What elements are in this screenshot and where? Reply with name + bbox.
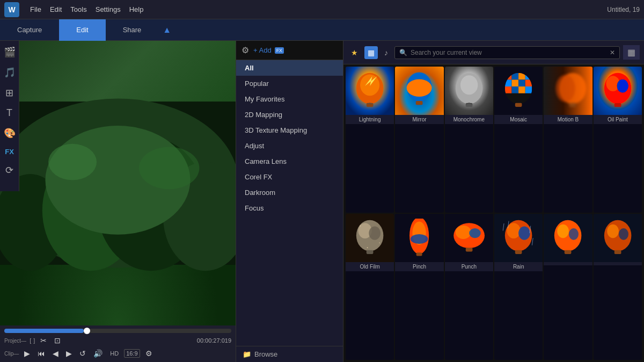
tab-edit[interactable]: Edit [59, 19, 105, 41]
tab-bar: Capture Edit Share ▲ [0, 19, 644, 41]
clear-search-button[interactable]: ✕ [610, 49, 615, 56]
trim-button[interactable]: ✂ [38, 335, 49, 346]
media-icon[interactable]: 🎬 [3, 45, 17, 59]
fx-category-darkroom[interactable]: Darkroom [236, 185, 343, 200]
effect-motionb[interactable]: Motion B [544, 67, 592, 213]
menu-help[interactable]: Help [129, 5, 144, 13]
browse-button[interactable]: 📁 Browse [236, 346, 343, 362]
svg-point-39 [556, 75, 575, 102]
svg-rect-36 [525, 86, 532, 93]
tab-capture[interactable]: Capture [0, 19, 59, 41]
effect-lightning[interactable]: Lightning [346, 67, 394, 213]
grid-view-button[interactable]: ▦ [364, 46, 378, 59]
svg-rect-31 [518, 79, 525, 86]
effect-pinch[interactable]: Pinch [395, 214, 443, 360]
svg-point-58 [469, 228, 481, 238]
playback-controls: Project— [ ] ✂ ⊡ 00:00:27:019 Clip— ▶ ⏮ … [0, 325, 236, 362]
view-toggle-button[interactable]: ▦ [623, 45, 640, 60]
svg-rect-33 [505, 86, 512, 93]
browse-label: Browse [254, 350, 277, 358]
add-effect-button[interactable]: + Add FX [253, 46, 284, 54]
clip-label: Clip— [4, 351, 19, 357]
step-back-button[interactable]: ◀ [50, 348, 61, 359]
effect-pinch-label: Pinch [395, 262, 443, 271]
svg-point-8 [139, 147, 200, 189]
effect-rain[interactable]: Rain [494, 214, 543, 360]
fx-category-adjust[interactable]: Adjust [236, 138, 343, 154]
effect-oilpaint[interactable]: Oil Paint [594, 67, 642, 213]
motion-icon[interactable]: ⟳ [4, 163, 14, 177]
fx-category-2d[interactable]: 2D Mapping [236, 107, 343, 122]
svg-rect-37 [515, 103, 522, 107]
snapshot-button[interactable]: ⊡ [52, 335, 63, 346]
fx-category-3d[interactable]: 3D Texture Mapping [236, 122, 343, 138]
svg-rect-35 [518, 86, 525, 93]
effect-oilpaint-label: Oil Paint [594, 115, 642, 124]
effect-punch-label: Punch [445, 262, 493, 271]
svg-point-19 [460, 75, 478, 95]
svg-line-64 [503, 223, 504, 231]
favorites-button[interactable]: ★ [348, 46, 361, 59]
effect-mosaic[interactable]: Mosaic [494, 67, 543, 213]
svg-rect-28 [525, 73, 532, 80]
upload-icon[interactable]: ▲ [163, 25, 171, 35]
svg-point-7 [48, 144, 97, 180]
in-out-markers: [ ] [30, 337, 35, 344]
svg-rect-40 [569, 103, 576, 107]
audio-icon[interactable]: 🎵 [3, 66, 17, 79]
transition-icon[interactable]: ⊞ [4, 86, 14, 100]
play-button[interactable]: ▶ [22, 348, 32, 359]
effect-lightning-label: Lightning [346, 115, 394, 124]
search-box: 🔍 ✕ [394, 46, 620, 59]
menu-edit[interactable]: Edit [50, 5, 62, 13]
svg-point-61 [507, 223, 520, 238]
svg-point-10 [360, 74, 379, 96]
menu-file[interactable]: File [30, 5, 41, 13]
settings-btn[interactable]: ⚙ [143, 348, 155, 359]
fx-icon[interactable]: FX [4, 147, 15, 157]
fx-category-corel[interactable]: Corel FX [236, 169, 343, 185]
svg-rect-26 [512, 73, 519, 80]
svg-point-49 [360, 226, 361, 227]
search-input[interactable] [411, 49, 606, 56]
fx-category-all[interactable]: All [236, 60, 343, 76]
fx-category-list: All Popular My Favorites 2D Mapping 3D T… [236, 60, 343, 346]
effect-oldfilm[interactable]: Old Film [346, 214, 394, 360]
effect-oldfilm-label: Old Film [346, 262, 394, 271]
effect-mirror[interactable]: Mirror [395, 67, 443, 213]
svg-line-67 [532, 238, 533, 245]
fx-category-favorites[interactable]: My Favorites [236, 91, 343, 107]
effect-row3-1[interactable] [544, 214, 592, 360]
fx-category-popular[interactable]: Popular [236, 76, 343, 91]
ratio-label: 16:9 [124, 349, 140, 358]
prev-frame-button[interactable]: ⏮ [35, 348, 47, 359]
title-icon[interactable]: T [5, 106, 13, 120]
volume-button[interactable]: 🔊 [91, 348, 105, 359]
step-forward-button[interactable]: ▶ [64, 348, 74, 359]
effect-punch[interactable]: Punch [445, 214, 493, 360]
audio-mode-button[interactable]: ♪ [381, 46, 391, 59]
svg-rect-44 [614, 103, 621, 107]
fx-category-focus[interactable]: Focus [236, 200, 343, 216]
effect-row3-2[interactable] [594, 214, 642, 360]
progress-bar[interactable] [4, 329, 231, 333]
effect-rain-label: Rain [494, 262, 543, 271]
fx-category-camera[interactable]: Camera Lens [236, 154, 343, 169]
effect-monochrome[interactable]: Monochrome [445, 67, 493, 213]
svg-point-73 [607, 225, 619, 238]
search-icon: 🔍 [399, 49, 407, 56]
fx-settings-icon[interactable]: ⚙ [240, 44, 250, 56]
effects-toolbar: ★ ▦ ♪ 🔍 ✕ ▦ [343, 41, 644, 64]
app-logo: W [4, 2, 19, 17]
menu-tools[interactable]: Tools [70, 5, 86, 13]
preview-panel: Project— [ ] ✂ ⊡ 00:00:27:019 Clip— ▶ ⏮ … [0, 41, 236, 362]
svg-rect-71 [565, 250, 572, 254]
color-icon[interactable]: 🎨 [3, 126, 17, 140]
loop-button[interactable]: ↺ [77, 348, 88, 359]
main-content: Project— [ ] ✂ ⊡ 00:00:27:019 Clip— ▶ ⏮ … [0, 41, 644, 362]
tab-share[interactable]: Share [106, 19, 159, 41]
menu-settings[interactable]: Settings [96, 5, 121, 13]
svg-rect-25 [505, 73, 512, 80]
svg-point-50 [379, 242, 380, 243]
svg-point-47 [369, 226, 380, 240]
